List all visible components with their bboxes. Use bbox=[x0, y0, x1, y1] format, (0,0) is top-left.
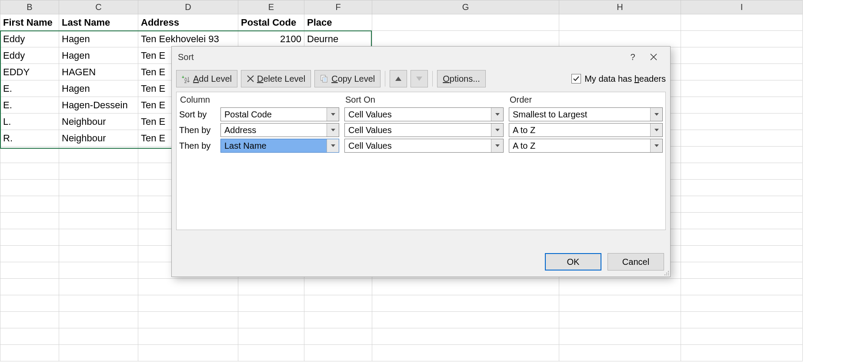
ok-button[interactable]: OK bbox=[545, 253, 601, 270]
svg-point-12 bbox=[666, 274, 667, 275]
sort-on-combo[interactable]: Cell Values bbox=[344, 139, 504, 153]
cell[interactable]: L. bbox=[0, 114, 59, 130]
col-header-B[interactable]: B bbox=[0, 0, 59, 14]
sort-column-combo[interactable]: Last Name bbox=[220, 139, 339, 153]
table-row[interactable] bbox=[0, 312, 803, 328]
sort-order-value: A to Z bbox=[509, 124, 650, 137]
move-up-icon bbox=[395, 77, 401, 81]
cell[interactable]: Neighbour bbox=[59, 114, 138, 130]
sorton-header: Sort On bbox=[342, 92, 506, 107]
hdr-postal[interactable]: Postal Code bbox=[238, 14, 304, 31]
chevron-down-icon bbox=[650, 139, 662, 152]
move-up-button[interactable] bbox=[390, 70, 407, 87]
sort-level-row[interactable]: Then by Address Cell Values A to Z bbox=[177, 122, 665, 138]
dialog-titlebar[interactable]: Sort ? bbox=[172, 47, 670, 67]
add-level-button[interactable]: + A Z Add Level bbox=[176, 70, 237, 87]
cell[interactable]: E. bbox=[0, 97, 59, 114]
svg-point-9 bbox=[666, 273, 667, 274]
col-header-H[interactable]: H bbox=[559, 0, 681, 14]
dialog-toolbar: + A Z Add Level Delete Level Copy Level bbox=[172, 67, 670, 92]
options-label: Options... bbox=[443, 74, 480, 84]
cell[interactable]: HAGEN bbox=[59, 64, 138, 80]
sort-levels-panel: Column Sort On Order Sort by Postal Code… bbox=[176, 92, 666, 230]
cell[interactable]: Deurne bbox=[304, 31, 372, 47]
cell[interactable]: EDDY bbox=[0, 64, 59, 80]
chevron-down-icon bbox=[650, 108, 662, 121]
hdr-last-name[interactable]: Last Name bbox=[59, 14, 138, 31]
headers-checkbox-label: My data has headers bbox=[584, 74, 666, 84]
chevron-down-icon bbox=[491, 108, 503, 121]
table-row[interactable] bbox=[0, 328, 803, 345]
sort-dialog: Sort ? + A Z Add Level Delete Level bbox=[171, 46, 671, 277]
cell[interactable]: Hagen bbox=[59, 47, 138, 64]
sort-on-value: Cell Values bbox=[345, 108, 491, 121]
svg-point-8 bbox=[668, 271, 669, 272]
order-header: Order bbox=[506, 92, 665, 107]
hdr-address[interactable]: Address bbox=[138, 14, 238, 31]
cell[interactable]: Hagen-Dessein bbox=[59, 97, 138, 114]
sort-order-combo[interactable]: A to Z bbox=[509, 139, 663, 153]
sort-column-value: Address bbox=[221, 124, 327, 137]
sort-order-combo[interactable]: A to Z bbox=[509, 123, 663, 137]
col-header-I[interactable]: I bbox=[681, 0, 803, 14]
table-row[interactable] bbox=[0, 279, 803, 295]
col-header-E[interactable]: E bbox=[238, 0, 304, 14]
col-header-G[interactable]: G bbox=[372, 0, 559, 14]
svg-point-13 bbox=[668, 274, 669, 275]
col-header-D[interactable]: D bbox=[138, 0, 238, 14]
sort-level-label: Then by bbox=[177, 122, 218, 138]
close-icon bbox=[650, 53, 657, 60]
cell[interactable]: R. bbox=[0, 130, 59, 147]
delete-level-icon bbox=[247, 75, 254, 83]
column-header: Column bbox=[177, 92, 300, 107]
chevron-down-icon bbox=[327, 139, 339, 152]
table-row[interactable] bbox=[0, 295, 803, 312]
help-button[interactable]: ? bbox=[622, 48, 643, 66]
options-button[interactable]: Options... bbox=[437, 70, 486, 87]
col-header-C[interactable]: C bbox=[59, 0, 138, 14]
svg-point-11 bbox=[664, 274, 665, 275]
active-cell[interactable]: Hagen bbox=[59, 31, 138, 47]
sort-column-value: Last Name bbox=[221, 139, 327, 152]
cell[interactable]: E. bbox=[0, 80, 59, 97]
sort-order-combo[interactable]: Smallest to Largest bbox=[509, 107, 663, 121]
cell[interactable]: Eddy bbox=[0, 31, 59, 47]
cell[interactable]: Neighbour bbox=[59, 130, 138, 147]
table-row[interactable]: Eddy Hagen Ten Eekhovelei 93 2100 Deurne bbox=[0, 31, 803, 47]
headers-checkbox[interactable] bbox=[571, 74, 581, 83]
chevron-down-icon bbox=[491, 139, 503, 152]
cell[interactable]: Eddy bbox=[0, 47, 59, 64]
sort-on-value: Cell Values bbox=[345, 139, 491, 152]
chevron-down-icon bbox=[327, 124, 339, 137]
hdr-first-name[interactable]: First Name bbox=[0, 14, 59, 31]
check-icon bbox=[573, 75, 580, 82]
sort-order-value: Smallest to Largest bbox=[509, 108, 650, 121]
sort-column-combo[interactable]: Postal Code bbox=[220, 107, 339, 121]
move-down-icon bbox=[416, 77, 422, 81]
move-down-button[interactable] bbox=[411, 70, 428, 87]
cell[interactable]: Ten Eekhovelei 93 bbox=[138, 31, 238, 47]
table-header-row[interactable]: First Name Last Name Address Postal Code… bbox=[0, 14, 803, 31]
cell[interactable]: Hagen bbox=[59, 80, 138, 97]
resize-grip-icon[interactable] bbox=[663, 270, 669, 276]
chevron-down-icon bbox=[491, 124, 503, 137]
delete-level-button[interactable]: Delete Level bbox=[241, 70, 311, 87]
sort-on-combo[interactable]: Cell Values bbox=[344, 107, 504, 121]
sort-level-label: Sort by bbox=[177, 107, 218, 122]
add-level-label: Add Level bbox=[193, 74, 232, 84]
cancel-button[interactable]: Cancel bbox=[608, 253, 664, 270]
sort-level-label: Then by bbox=[177, 138, 218, 154]
delete-level-label: Delete Level bbox=[257, 74, 305, 84]
close-button[interactable] bbox=[643, 48, 664, 66]
copy-level-button[interactable]: Copy Level bbox=[314, 70, 381, 87]
dialog-title: Sort bbox=[178, 52, 622, 62]
sort-on-combo[interactable]: Cell Values bbox=[344, 123, 504, 137]
sort-column-combo[interactable]: Address bbox=[220, 123, 339, 137]
col-header-F[interactable]: F bbox=[304, 0, 372, 14]
sort-level-row[interactable]: Sort by Postal Code Cell Values Smalle bbox=[177, 107, 665, 122]
cell[interactable]: 2100 bbox=[238, 31, 304, 47]
table-row[interactable] bbox=[0, 345, 803, 361]
column-header-row[interactable]: B C D E F G H I bbox=[0, 0, 803, 14]
hdr-place[interactable]: Place bbox=[304, 14, 372, 31]
sort-level-row[interactable]: Then by Last Name Cell Values A to Z bbox=[177, 138, 665, 154]
